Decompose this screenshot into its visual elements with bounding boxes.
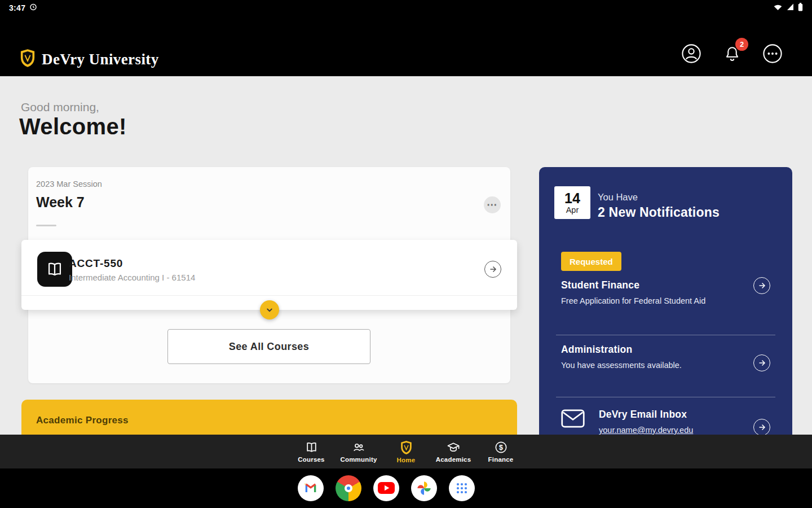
course-divider <box>21 295 517 296</box>
arrow-right-icon[interactable] <box>753 354 770 371</box>
profile-icon <box>681 43 701 64</box>
bottom-nav: Courses Community Home Academics $ Finan… <box>0 435 812 468</box>
greeting-title: Welcome! <box>19 114 127 139</box>
course-card[interactable]: ACCT-550 Intermediate Accounting I - 615… <box>21 240 517 310</box>
wifi-icon <box>773 3 783 13</box>
banner-title: Academic Progress <box>36 415 129 426</box>
community-icon <box>351 440 366 454</box>
app-header: DeVry University 2 <box>0 16 812 76</box>
profile-button[interactable] <box>681 43 701 64</box>
svg-text:$: $ <box>499 444 503 452</box>
battery-icon <box>798 3 803 14</box>
session-menu-button[interactable]: ⋯ <box>484 196 501 213</box>
screen: 3:47 DeVry University <box>0 0 812 508</box>
notification-administration[interactable]: Administration You have assessments avai… <box>561 344 745 370</box>
date-box: 14 Apr <box>554 186 590 219</box>
greeting-small: Good morning, <box>21 100 99 114</box>
status-time: 3:47 <box>9 3 25 12</box>
nav-finance[interactable]: $ Finance <box>483 440 518 463</box>
alarm-icon <box>29 3 37 13</box>
session-card: 2023 Mar Session Week 7 ⋯ ACCT-550 Inter… <box>28 167 510 383</box>
academic-progress-banner[interactable]: Academic Progress <box>21 400 517 435</box>
nav-label: Finance <box>488 456 514 463</box>
panel-intro: You Have <box>598 192 638 203</box>
chevron-down-icon <box>264 305 275 315</box>
main-content: Good morning, Welcome! 2023 Mar Session … <box>0 76 812 435</box>
notification-student-finance[interactable]: Student Finance Free Application for Fed… <box>561 279 745 305</box>
mail-icon <box>561 409 585 431</box>
date-day: 14 <box>564 191 580 205</box>
panel-title: 2 New Notifications <box>598 205 720 220</box>
nav-label: Academics <box>436 456 471 463</box>
dock-row <box>298 475 475 501</box>
finance-icon: $ <box>494 440 508 454</box>
home-shield-icon <box>400 440 413 455</box>
nav-courses[interactable]: Courses <box>294 440 329 463</box>
course-arrow-icon[interactable] <box>484 261 501 278</box>
academics-icon <box>446 440 461 454</box>
week-underline <box>36 225 56 226</box>
app-dock <box>0 468 812 508</box>
chrome-icon[interactable] <box>336 475 361 501</box>
notification-title: Administration <box>561 344 745 356</box>
devry-shield-icon <box>19 49 36 70</box>
nav-academics[interactable]: Academics <box>436 440 471 463</box>
nav-label: Home <box>397 457 416 463</box>
session-label: 2023 Mar Session <box>36 179 102 189</box>
photos-icon[interactable] <box>411 475 437 501</box>
notifications-panel: 14 Apr You Have 2 New Notifications Requ… <box>539 167 792 435</box>
nav-community[interactable]: Community <box>341 440 376 463</box>
date-month: Apr <box>566 205 579 214</box>
week-title: Week 7 <box>36 194 85 211</box>
notifications-button[interactable]: 2 <box>722 43 742 64</box>
notification-subtitle: You have assessments available. <box>561 361 745 370</box>
book-icon <box>45 260 64 279</box>
panel-divider <box>556 397 775 397</box>
brand-logo: DeVry University <box>19 49 159 70</box>
ellipsis-icon <box>762 43 783 64</box>
arrow-right-icon[interactable] <box>753 419 770 435</box>
notification-subtitle: Free Application for Federal Student Aid <box>561 296 745 305</box>
youtube-icon[interactable] <box>373 475 399 501</box>
courses-icon <box>304 440 319 454</box>
more-options-button[interactable] <box>762 43 783 64</box>
course-book-tile <box>37 252 72 287</box>
notification-email-inbox[interactable]: DeVry Email Inbox your.name@my.devry.edu <box>599 409 745 435</box>
apps-grid-icon[interactable] <box>449 475 475 501</box>
chrome-hub <box>345 484 352 492</box>
course-code: ACCT-550 <box>69 257 123 270</box>
status-bar: 3:47 <box>0 0 812 16</box>
course-subtitle: Intermediate Accounting I - 61514 <box>69 273 195 282</box>
gmail-icon[interactable] <box>298 475 324 501</box>
arrow-right-icon[interactable] <box>753 277 770 294</box>
notification-title: Student Finance <box>561 279 745 291</box>
status-right <box>773 3 803 14</box>
notification-subtitle: your.name@my.devry.edu <box>599 426 745 435</box>
see-all-courses-button[interactable]: See All Courses <box>167 329 370 364</box>
nav-label: Courses <box>298 456 324 463</box>
status-left: 3:47 <box>9 3 37 13</box>
header-actions: 2 <box>681 43 783 64</box>
panel-divider <box>556 335 775 335</box>
signal-icon <box>786 3 795 13</box>
requested-badge: Requested <box>561 252 621 271</box>
nav-home[interactable]: Home <box>389 440 423 463</box>
notification-title: DeVry Email Inbox <box>599 409 745 421</box>
expand-courses-button[interactable] <box>260 300 279 319</box>
notification-badge: 2 <box>735 38 748 51</box>
nav-label: Community <box>340 456 377 463</box>
brand-name: DeVry University <box>42 51 159 68</box>
